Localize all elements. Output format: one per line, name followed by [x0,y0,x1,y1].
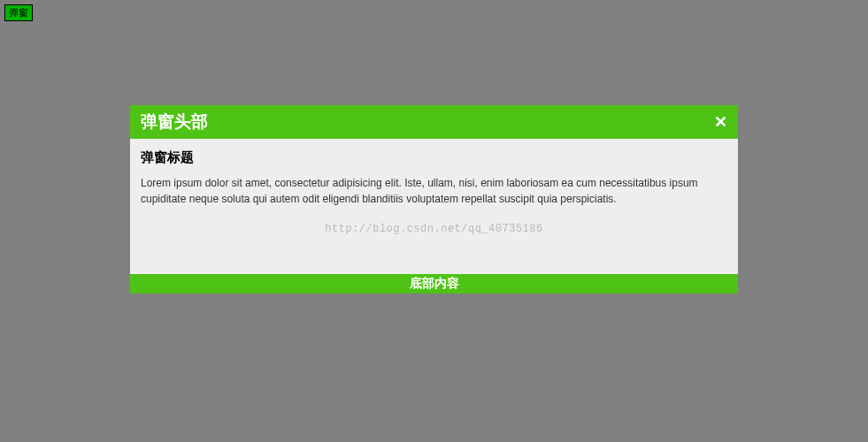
close-icon[interactable]: ✕ [714,114,727,130]
modal-body: 弹窗标题 Lorem ipsum dolor sit amet, consect… [130,139,738,274]
modal-footer[interactable]: 底部内容 [130,274,738,293]
modal-header: 弹窗头部 ✕ [130,105,738,139]
modal-dialog: 弹窗头部 ✕ 弹窗标题 Lorem ipsum dolor sit amet, … [130,105,738,293]
modal-header-title: 弹窗头部 [141,110,208,133]
open-modal-button[interactable]: 弹窗 [4,4,33,21]
modal-body-title: 弹窗标题 [141,149,727,166]
modal-body-text: Lorem ipsum dolor sit amet, consectetur … [141,175,727,207]
watermark-text: http://blog.csdn.net/qq_40735186 [325,223,542,235]
